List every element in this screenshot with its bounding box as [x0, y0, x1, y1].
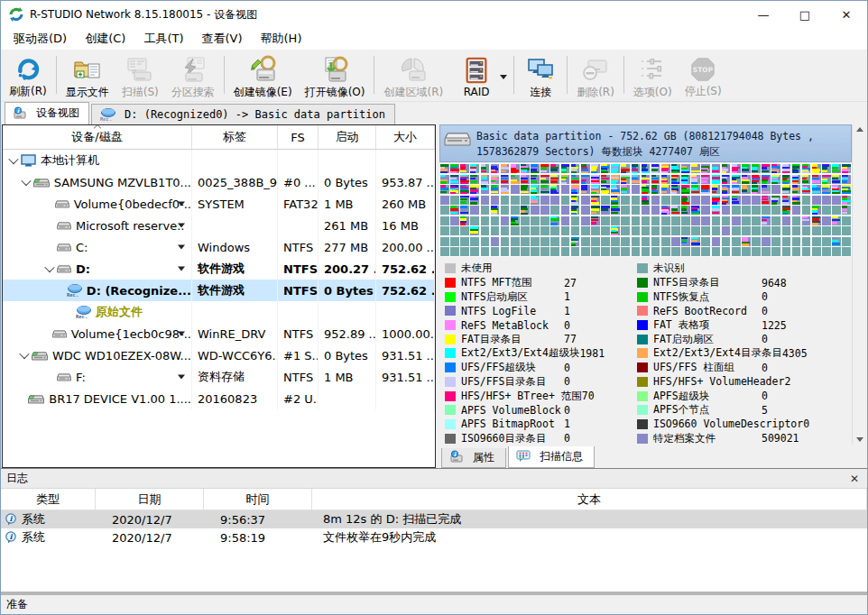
row-dropdown-icon[interactable] — [178, 267, 185, 271]
scan-block — [450, 247, 459, 256]
scan-block — [571, 175, 580, 184]
toolbar-button-刷新(R)[interactable]: 刷新(R) — [3, 52, 53, 101]
tree-row-7[interactable]: Rec.原始文件 — [3, 301, 435, 323]
menu-item-4[interactable]: 帮助(H) — [252, 27, 311, 50]
row-dropdown-icon[interactable] — [178, 245, 185, 250]
scan-scrollbar[interactable] — [852, 124, 867, 445]
scan-block — [732, 226, 741, 235]
tree-cell-fs: FAT32 — [278, 193, 319, 215]
tree-row-11[interactable]: BR17 DEVICE V1.00 1....20160823#2 U... — [3, 388, 435, 409]
tree-cell-size — [376, 301, 435, 323]
scan-block — [561, 185, 570, 194]
tree-column-header-2[interactable]: FS — [278, 125, 319, 149]
tree-expand-toggle[interactable] — [6, 157, 21, 164]
tree-row-4[interactable]: C:WindowsNTFS277 MB200.00 ... — [3, 236, 435, 258]
menu-item-2[interactable]: 工具(T) — [134, 27, 192, 50]
row-dropdown-icon[interactable] — [178, 332, 185, 336]
scan-block — [491, 226, 500, 235]
tree-row-10[interactable]: F:资料存储NTFS1 MB931.51 ... — [3, 366, 435, 388]
harddisk-icon — [33, 176, 50, 188]
log-close-icon[interactable]: ✕ — [847, 472, 862, 486]
scan-block — [521, 175, 530, 184]
log-row-1[interactable]: i系统2020/12/79:58:19文件枚举在9秒内完成 — [1, 528, 867, 546]
close-button[interactable]: ✕ — [826, 1, 867, 28]
log-column-header-3[interactable]: 文本 — [312, 489, 867, 509]
tree-expand-toggle[interactable] — [42, 265, 57, 272]
open-image-icon — [320, 55, 349, 84]
tree-row-0[interactable]: 本地计算机 — [3, 150, 435, 171]
scroll-up-icon[interactable] — [856, 127, 863, 132]
maximize-button[interactable]: □ — [784, 1, 826, 28]
scan-block — [481, 185, 490, 194]
scan-block — [671, 185, 680, 194]
tree-column-header-4[interactable]: 大小 — [376, 125, 435, 149]
tree-cell-boot: 1 MB — [319, 366, 376, 388]
scan-block — [601, 196, 610, 205]
scan-block — [611, 226, 620, 235]
scan-block — [771, 226, 780, 235]
tree-row-9[interactable]: WDC WD10EZEX-08W...WD-WCC6Y6...#1 S...0 … — [3, 344, 435, 366]
scan-block — [550, 175, 559, 184]
tree-cell-label: WD-WCC6Y6... — [192, 344, 278, 366]
toolbar-button-RAID[interactable]: RAID — [453, 53, 500, 100]
scan-block — [540, 196, 549, 205]
raid-dropdown-button[interactable] — [500, 75, 507, 79]
scan-block — [531, 196, 540, 205]
tree-row-3[interactable]: Microsoft reserve..261 MB16 MB — [3, 215, 435, 236]
toolbar-button-连接[interactable]: 连接 — [517, 52, 564, 101]
scan-block — [681, 226, 690, 235]
tree-row-6[interactable]: Rec.D: (Recognize...软件游戏NTFS0 Bytes752.6… — [3, 280, 435, 301]
log-cell-date: 2020/12/7 — [96, 531, 204, 545]
tree-row-5[interactable]: D:软件游戏NTFS200.27 ...752.62 ... — [3, 258, 435, 280]
tree-cell-fs: NTFS — [278, 236, 319, 258]
scan-block — [571, 185, 580, 194]
log-column-header-0[interactable]: 类型 — [1, 489, 96, 509]
scan-tab-0[interactable]: i属性 — [441, 448, 506, 468]
scan-block — [681, 247, 690, 256]
log-column-header-2[interactable]: 时间 — [204, 489, 312, 509]
device-name: Volume{0bedecf0-.. — [74, 197, 191, 211]
scan-block — [782, 206, 791, 215]
minimize-button[interactable]: — — [743, 1, 784, 28]
legend-item: NTFS启动扇区1 — [445, 289, 637, 304]
scan-block — [632, 196, 641, 205]
row-dropdown-icon[interactable] — [178, 202, 185, 207]
scan-block — [642, 164, 651, 173]
scan-block — [491, 164, 500, 173]
toolbar-button-打开镜像(O)[interactable]: 打开镜像(O) — [299, 52, 372, 101]
scan-block — [540, 216, 549, 225]
row-dropdown-icon[interactable] — [178, 375, 185, 380]
tree-row-2[interactable]: Volume{0bedecf0-..SYSTEMFAT321 MB260 MB — [3, 193, 435, 215]
tree-row-8[interactable]: Volume{1ecb0c98-..WinRE_DRVNTFS952.89 ..… — [3, 323, 435, 344]
menu-item-3[interactable]: 查看(V) — [192, 27, 251, 50]
toolbar-button-显示文件[interactable]: 显示文件 — [60, 52, 115, 101]
rec-icon: Rec. — [66, 283, 82, 298]
tree-column-header-0[interactable]: 设备/磁盘 — [3, 125, 192, 149]
scan-block — [450, 226, 459, 235]
toolbar-label: 扫描(S) — [122, 85, 159, 100]
toolbar-button-创建镜像(E)[interactable]: 创建镜像(E) — [227, 52, 299, 101]
tree-expand-toggle[interactable] — [17, 352, 32, 359]
scan-block — [561, 164, 570, 173]
view-tab-1[interactable]: Rec.D: (Recognized0) -> Basic data parti… — [91, 104, 395, 124]
svg-text:Rec.: Rec. — [67, 292, 78, 298]
tree-column-header-1[interactable]: 标签 — [192, 125, 278, 149]
menu-item-0[interactable]: 驱动器(D) — [5, 27, 76, 50]
menu-item-1[interactable]: 创建(C) — [76, 27, 134, 50]
scan-block — [450, 237, 459, 246]
scan-tab-1[interactable]: 扫描信息 — [508, 446, 595, 468]
toolbar-separator — [513, 56, 514, 94]
tree-expand-toggle[interactable] — [19, 179, 33, 186]
svg-text:Rec.: Rec. — [76, 314, 88, 319]
tree-column-header-3[interactable]: 启动 — [319, 125, 376, 149]
scan-block — [571, 196, 580, 205]
view-tab-0[interactable]: i设备视图 — [5, 102, 89, 124]
scroll-down-icon[interactable] — [856, 437, 863, 442]
log-row-0[interactable]: i系统2020/12/79:56:378m 12s 的 D: 扫描已完成 — [1, 510, 867, 528]
tree-row-1[interactable]: SAMSUNG MZVLB1T0...0025_388B_9...#0 ...0… — [3, 171, 435, 193]
scan-block — [832, 247, 841, 256]
scan-block — [531, 164, 540, 173]
log-column-header-1[interactable]: 日期 — [96, 489, 204, 509]
legend-item: HFS/HFS+ BTree+ 范围70 — [445, 389, 637, 403]
row-dropdown-icon[interactable] — [178, 224, 185, 228]
